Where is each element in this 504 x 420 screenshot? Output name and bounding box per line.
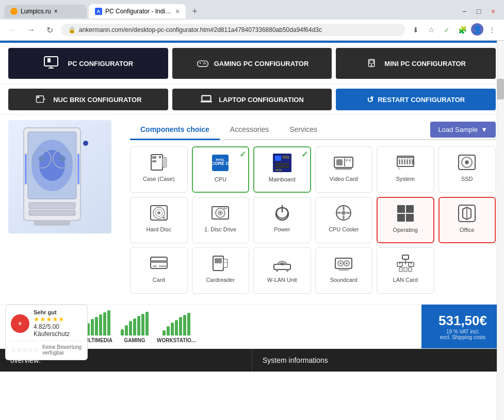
close-button[interactable]: × [486,5,500,18]
operating-label: Operating [393,227,418,233]
svg-point-9 [203,63,204,64]
nuc-configurator-button[interactable]: NUC BRIX CONFIGURATOR [8,89,168,110]
tab-accessories[interactable]: Accessories [220,120,279,140]
svg-rect-17 [202,96,210,100]
forward-button[interactable]: → [24,23,38,37]
svg-rect-31 [25,154,27,184]
menu-icon[interactable]: ⋮ [485,23,499,37]
maximize-button[interactable]: □ [472,5,485,18]
component-discdrv[interactable]: 1. Disc Drive [192,197,250,243]
sysinfo-label: System informations [263,356,328,364]
chart-bar [183,315,186,335]
restart-configurator-button[interactable]: ↺ RESTART CONFIGURATOR [336,89,496,110]
tab-components-choice[interactable]: Components choice [130,120,220,140]
component-cooler[interactable]: CPU Cooler [315,197,373,243]
svg-rect-89 [153,265,157,267]
videocard-label: Video Card [330,176,358,182]
trust-rating-label: Sehr gut [34,309,70,315]
address-bar[interactable]: 🔒 [61,24,405,36]
svg-rect-88 [151,260,167,263]
back-button[interactable]: ← [5,23,20,37]
tab-services[interactable]: Services [279,120,328,140]
chart-bar [133,318,136,335]
scroll-thumb[interactable] [497,79,504,99]
tabs-area: Components choice Accessories Services L… [130,120,496,294]
component-ssd[interactable]: SSD [438,146,496,193]
load-sample-button[interactable]: Load Sample ▼ [430,122,496,138]
component-cardreader[interactable]: Cardreader [192,247,250,294]
svg-point-101 [339,262,342,264]
component-soundcard[interactable]: Soundcard [315,247,373,294]
component-lancard[interactable]: LAN Card [377,247,434,294]
cardreader-label: Cardreader [206,277,235,283]
chart-bar [145,312,149,335]
svg-point-71 [162,217,165,220]
download-icon[interactable]: ⬇ [409,23,422,37]
svg-point-96 [281,263,283,265]
svg-rect-105 [402,255,409,259]
chart-bar [179,317,182,335]
new-tab-button[interactable]: + [188,6,202,17]
component-mainboard[interactable]: ✓ Mainboard [253,146,311,193]
component-card[interactable]: Card [130,247,188,294]
tab-close-configurator[interactable]: × [175,7,180,15]
reload-button[interactable]: ↻ [42,23,57,37]
component-power[interactable]: Power [253,197,311,243]
component-cpu[interactable]: ✓ INTEL CORE i3 CPU [192,146,250,193]
wlan-icon [272,253,292,274]
cooler-icon [333,203,354,223]
component-operating[interactable]: Operating [377,197,434,243]
lock-icon: 🔒 [68,26,76,33]
component-hdd[interactable]: Hard Disc [130,197,188,243]
address-input[interactable] [79,26,398,33]
svg-rect-113 [404,267,407,272]
chart-bar [167,326,170,335]
svg-point-37 [159,156,161,158]
pc-configurator-label: PC CONFIGURATOR [68,60,134,68]
office-icon [457,203,477,224]
component-office[interactable]: Office [438,197,496,243]
trust-score: 4.82/5.00 [34,323,70,330]
extensions-icon[interactable]: 🧩 [456,23,469,37]
mini-configurator-button[interactable]: MINI PC CONFIGURATOR [336,48,496,79]
laptop-configurator-label: LAPTOP CONFIGURATION [219,96,304,104]
svg-rect-112 [399,267,402,272]
tab-configurator[interactable]: A PC Configurator - Individual cust... × [89,4,186,19]
soundcard-label: Soundcard [330,277,357,283]
no-review-section: ☆☆☆☆☆ Keine Bewertung verfügbar [11,341,82,356]
mainboard-label: Mainboard [269,176,296,182]
svg-rect-0 [44,57,58,66]
component-wlan[interactable]: W-LAN Unit [253,247,311,294]
minimize-button[interactable]: − [458,5,471,18]
dropdown-arrow-icon: ▼ [481,126,487,133]
svg-rect-30 [34,221,70,226]
component-system[interactable]: System [377,146,434,193]
component-videocard[interactable]: Video Card [315,146,373,193]
svg-rect-28 [29,210,75,215]
chart-gaming: GAMING [121,310,149,343]
chart-workstation: WORKSTATIO... [157,310,196,343]
soundcard-icon [333,253,354,274]
window-controls: − □ × [458,5,500,18]
browser-controls: ← → ↻ 🔒 ⬇ ☆ ✓ 🧩 👤 ⋮ [0,20,504,41]
pc-configurator-button[interactable]: PC CONFIGURATOR [8,48,168,79]
svg-point-22 [39,150,65,181]
svg-rect-12 [369,60,373,63]
gaming-configurator-button[interactable]: GAMING PC CONFIGURATOR [172,48,332,79]
load-sample-label: Load Sample [438,126,478,133]
tab-title-configurator: PC Configurator - Individual cust... [105,8,172,15]
svg-rect-18 [201,102,212,103]
extension-checkmark-icon[interactable]: ✓ [440,23,453,37]
tab-lumpics[interactable]: Lumpics.ru × [4,5,87,18]
trust-circle-icon: e [11,314,29,333]
price-vat: 19 % VAT incl. [446,329,479,334]
svg-point-66 [466,161,468,163]
laptop-configurator-button[interactable]: LAPTOP CONFIGURATION [172,89,332,110]
component-case[interactable]: Case (Case) [130,146,188,193]
gamepad-icon [196,58,210,69]
bookmark-icon[interactable]: ☆ [425,23,438,37]
chart-bars-workstation [162,310,190,335]
tab-close-lumpics[interactable]: × [54,8,58,15]
profile-icon[interactable]: 👤 [471,23,483,36]
page-content: PC CONFIGURATOR GAMING PC CONFIGURATOR M… [0,41,504,420]
